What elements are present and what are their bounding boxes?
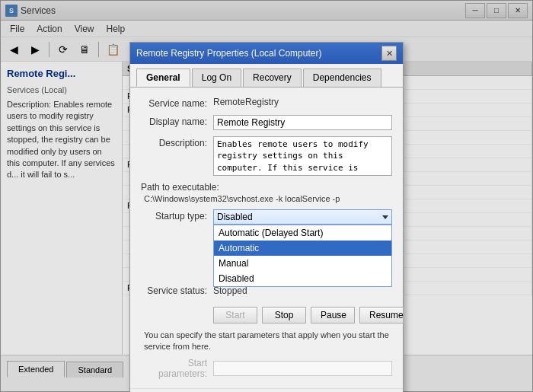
action-buttons: Start Stop Pause Resume (141, 304, 392, 330)
display-name-label: Display name: (141, 115, 213, 127)
service-status-value: Stopped (213, 285, 247, 296)
description-label: Description: (141, 136, 213, 148)
start-button[interactable]: Start (213, 307, 257, 323)
service-name-row: Service name: RemoteRegistry (141, 97, 392, 109)
stop-button[interactable]: Stop (262, 307, 306, 323)
display-name-row: Display name: (141, 115, 392, 130)
dialog-footer: OK Cancel Apply (130, 388, 403, 392)
dialog-titlebar: Remote Registry Properties (Local Comput… (130, 43, 403, 64)
startup-selected-value: Disabled (217, 212, 253, 222)
dialog-content: Service name: RemoteRegistry Display nam… (130, 88, 403, 388)
start-params-row: Start parameters: (141, 358, 392, 379)
startup-label: Startup type: (141, 209, 213, 221)
dialog: Remote Registry Properties (Local Comput… (129, 42, 404, 392)
service-name-value: RemoteRegistry (213, 97, 392, 107)
chevron-down-icon (382, 215, 388, 219)
dropdown-option-auto-delayed[interactable]: Automatic (Delayed Start) (214, 225, 391, 241)
dialog-close-button[interactable]: ✕ (381, 46, 397, 61)
dialog-tab-logon[interactable]: Log On (192, 69, 241, 87)
dialog-tab-dependencies[interactable]: Dependencies (303, 69, 381, 87)
start-params-input[interactable] (213, 361, 392, 376)
service-name-label: Service name: (141, 97, 213, 109)
pause-button[interactable]: Pause (311, 307, 355, 323)
path-section: Path to executable: C:\Windows\system32\… (141, 182, 392, 203)
dialog-title-text: Remote Registry Properties (Local Comput… (136, 48, 381, 59)
service-status-section: Service status: Stopped (141, 285, 392, 296)
resume-button[interactable]: Resume (359, 307, 404, 323)
display-name-input[interactable] (213, 115, 392, 130)
path-value: C:\Windows\system32\svchost.exe -k local… (141, 194, 392, 203)
dialog-tab-recovery[interactable]: Recovery (243, 69, 302, 87)
startup-section: Startup type: Disabled Automatic (Delaye… (141, 209, 392, 225)
startup-dropdown-container: Disabled Automatic (Delayed Start) Autom… (213, 209, 392, 225)
dropdown-option-automatic[interactable]: Automatic (214, 241, 391, 256)
startup-select-display[interactable]: Disabled (213, 209, 392, 225)
dialog-tabs: General Log On Recovery Dependencies (130, 64, 403, 88)
dialog-tab-general[interactable]: General (136, 69, 190, 87)
description-textarea[interactable]: Enables remote users to modify registry … (213, 136, 392, 176)
path-label: Path to executable: (141, 182, 392, 193)
description-row: Description: Enables remote users to mod… (141, 136, 392, 176)
dropdown-option-manual[interactable]: Manual (214, 256, 391, 271)
dropdown-option-disabled[interactable]: Disabled (214, 271, 391, 286)
service-status-label: Service status: (141, 285, 213, 296)
hint-text: You can specify the start parameters tha… (141, 330, 392, 353)
startup-dropdown-list: Automatic (Delayed Start) Automatic Manu… (213, 225, 392, 287)
start-params-label: Start parameters: (141, 358, 213, 379)
